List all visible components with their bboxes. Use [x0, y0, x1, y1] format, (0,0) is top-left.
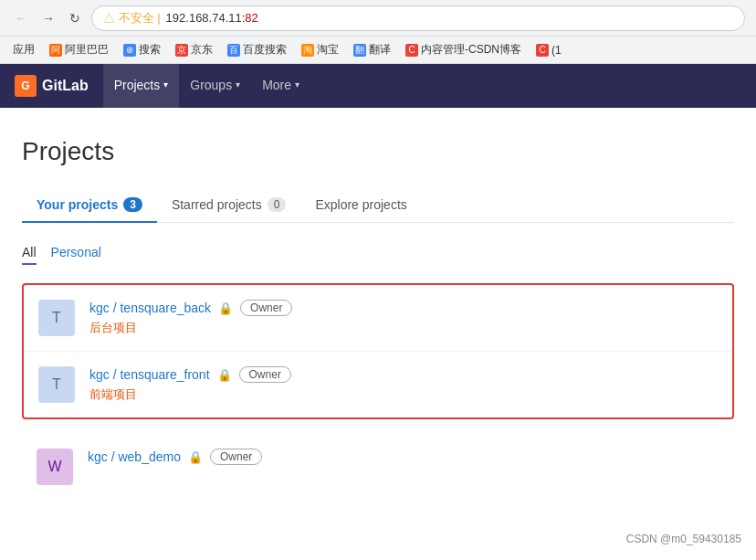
address-bar[interactable]: △ 不安全 | 192.168.74.11:82: [91, 5, 745, 31]
alibaba-icon: 阿: [49, 44, 62, 57]
gitlab-logo[interactable]: G GitLab: [15, 75, 89, 97]
tab-explore-label: Explore projects: [315, 197, 406, 212]
nav-groups-label: Groups: [190, 78, 232, 92]
search-bm-icon: ⊕: [123, 44, 136, 57]
project-info: kgc / tensquare_front 🔒 Owner 前端项目: [89, 366, 718, 403]
project-list: T kgc / tensquare_back 🔒 Owner 后台项目 T: [22, 283, 734, 500]
avatar-letter: T: [52, 376, 61, 393]
avatar: T: [38, 300, 75, 336]
jd-icon: 京: [175, 44, 188, 57]
csdn-icon: C: [405, 44, 418, 57]
translate-icon: 翻: [353, 44, 366, 57]
avatar-letter: T: [52, 310, 61, 326]
lock-icon: 🔒: [217, 368, 232, 382]
more-chevron-icon: ▾: [295, 79, 299, 90]
back-button[interactable]: ←: [11, 7, 31, 29]
apps-label: 应用: [13, 42, 35, 58]
owner-badge: Owner: [240, 300, 292, 316]
browser-chrome: ← → ↻ △ 不安全 | 192.168.74.11:82: [0, 0, 756, 37]
project-name-row: kgc / tensquare_back 🔒 Owner: [89, 300, 718, 316]
search-bm-label: 搜索: [139, 42, 161, 58]
main-tabs: Your projects 3 Starred projects 0 Explo…: [22, 188, 734, 223]
security-warning-icon: △ 不安全 |: [103, 10, 161, 26]
bookmark-search[interactable]: ⊕ 搜索: [118, 40, 166, 59]
tab-starred-count: 0: [268, 197, 287, 212]
taobao-icon: 淘: [301, 44, 314, 57]
project-description: 前端项目: [89, 386, 718, 403]
project-path: kgc / tensquare_back: [89, 301, 211, 315]
project-name-row: kgc / tensquare_front 🔒 Owner: [89, 366, 718, 383]
sub-tab-personal-label: Personal: [51, 245, 101, 259]
bookmark-alibaba[interactable]: 阿 阿里巴巴: [44, 40, 114, 59]
baidu-label: 百度搜索: [243, 42, 287, 58]
tab-starred-projects[interactable]: Starred projects 0: [157, 188, 301, 223]
gitlab-navbar: G GitLab Projects ▾ Groups ▾ More ▾: [0, 64, 756, 108]
nav-more-label: More: [262, 78, 291, 92]
bookmark-taobao[interactable]: 淘 淘宝: [296, 40, 344, 59]
sub-tab-all-label: All: [22, 245, 37, 259]
alibaba-label: 阿里巴巴: [65, 42, 109, 58]
address-text: 192.168.74.11:82: [166, 11, 258, 25]
tab-starred-label: Starred projects: [172, 197, 262, 212]
project-path: kgc / tensquare_front: [89, 367, 210, 382]
nav-more[interactable]: More ▾: [251, 64, 310, 108]
bookmark-translate[interactable]: 翻 翻译: [348, 40, 396, 59]
lock-icon: 🔒: [188, 450, 203, 464]
nav-groups[interactable]: Groups ▾: [179, 64, 251, 108]
bookmark-extra[interactable]: C (1: [530, 42, 567, 58]
table-row[interactable]: T kgc / tensquare_front 🔒 Owner 前端项目: [24, 352, 732, 417]
csdn-label: 内容管理-CSDN博客: [421, 42, 521, 58]
table-row[interactable]: T kgc / tensquare_back 🔒 Owner 后台项目: [24, 285, 732, 352]
bookmarks-bar: 应用 阿 阿里巴巴 ⊕ 搜索 京 京东 百 百度搜索 淘 淘宝 翻 翻译 C 内…: [0, 37, 756, 64]
bookmark-baidu[interactable]: 百 百度搜索: [222, 40, 292, 59]
nav-projects-label: Projects: [114, 78, 161, 92]
lock-icon: 🔒: [218, 301, 233, 315]
sub-tab-all[interactable]: All: [22, 241, 37, 265]
table-row[interactable]: W kgc / web_demo 🔒 Owner: [22, 434, 734, 500]
nav-projects[interactable]: Projects ▾: [103, 64, 180, 108]
page-title: Projects: [22, 137, 734, 166]
groups-chevron-icon: ▾: [236, 79, 240, 90]
baidu-icon: 百: [227, 44, 240, 57]
avatar: T: [38, 366, 75, 403]
bookmark-csdn[interactable]: C 内容管理-CSDN博客: [400, 40, 527, 59]
owner-badge: Owner: [239, 366, 291, 383]
extra-icon: C: [536, 44, 549, 57]
gitlab-logo-icon: G: [15, 75, 37, 97]
reload-button[interactable]: ↻: [66, 7, 84, 29]
bookmark-jd[interactable]: 京 京东: [170, 40, 218, 59]
project-path: kgc / web_demo: [88, 449, 181, 464]
projects-chevron-icon: ▾: [163, 79, 168, 90]
gitlab-logo-text: GitLab: [42, 78, 89, 94]
forward-button[interactable]: →: [38, 7, 58, 29]
avatar: W: [37, 449, 73, 485]
avatar-letter: W: [47, 459, 61, 475]
tab-your-projects-count: 3: [123, 197, 142, 212]
sub-tab-personal[interactable]: Personal: [51, 241, 101, 265]
taobao-label: 淘宝: [317, 42, 339, 58]
project-description: 后台项目: [89, 320, 718, 336]
tab-your-projects[interactable]: Your projects 3: [22, 188, 157, 223]
owner-badge: Owner: [210, 449, 262, 465]
tab-explore-projects[interactable]: Explore projects: [300, 188, 421, 223]
project-info: kgc / web_demo 🔒 Owner: [88, 449, 719, 469]
project-name-row: kgc / web_demo 🔒 Owner: [88, 449, 719, 465]
tab-your-projects-label: Your projects: [37, 197, 118, 212]
bookmark-apps[interactable]: 应用: [7, 40, 40, 59]
main-content: Projects Your projects 3 Starred project…: [0, 108, 756, 529]
project-group-box: T kgc / tensquare_back 🔒 Owner 后台项目 T: [22, 283, 734, 419]
sub-tabs: All Personal: [22, 241, 734, 265]
extra-label: (1: [551, 44, 562, 57]
project-info: kgc / tensquare_back 🔒 Owner 后台项目: [89, 300, 718, 336]
translate-label: 翻译: [369, 42, 391, 58]
jd-label: 京东: [191, 42, 213, 58]
